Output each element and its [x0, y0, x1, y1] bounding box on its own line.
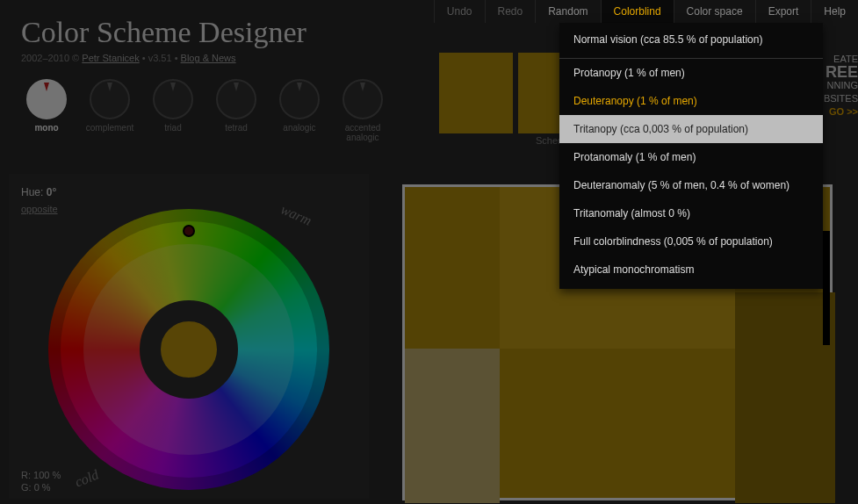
menu-colorblind[interactable]: Colorblind [601, 0, 674, 23]
cb-atypical[interactable]: Atypical monochromatism [559, 256, 823, 284]
cb-deuteranopy[interactable]: Deuteranopy (1 % of men) [559, 87, 823, 115]
top-menu: Undo Redo Random Colorblind Color space … [434, 0, 858, 23]
menu-colorspace[interactable]: Color space [674, 0, 755, 23]
menu-help[interactable]: Help [811, 0, 858, 23]
cb-protanopy[interactable]: Protanopy (1 % of men) [559, 59, 823, 87]
cb-deuteranomaly[interactable]: Deuteranomaly (5 % of men, 0.4 % of wome… [559, 171, 823, 199]
cb-tritanopy[interactable]: Tritanopy (cca 0,003 % of population) [559, 115, 823, 143]
cb-full[interactable]: Full colorblindness (0,005 % of populati… [559, 227, 823, 256]
menu-export[interactable]: Export [755, 0, 811, 23]
menu-redo[interactable]: Redo [485, 0, 536, 23]
menu-random[interactable]: Random [535, 0, 600, 23]
menu-undo[interactable]: Undo [434, 0, 485, 23]
cb-normal[interactable]: Normal vision (cca 85.5 % of population) [559, 23, 823, 59]
cb-tritanomaly[interactable]: Tritanomaly (almost 0 %) [559, 199, 823, 227]
colorblind-dropdown: Normal vision (cca 85.5 % of population)… [559, 23, 823, 289]
cb-protanomaly[interactable]: Protanomaly (1 % of men) [559, 143, 823, 171]
